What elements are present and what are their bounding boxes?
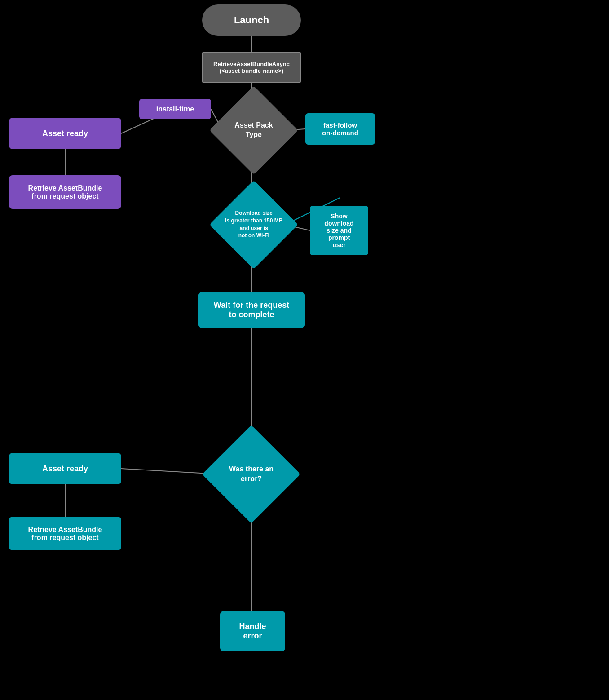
retrieve-purple-node: Retrieve AssetBundle from request object [9,175,121,209]
asset-ready-teal-node: Asset ready [9,453,121,484]
asset-pack-type-label: Asset Pack Type [234,121,273,140]
retrieve-purple-label: Retrieve AssetBundle from request object [28,184,102,200]
install-time-node: install-time [139,99,211,119]
retrieve-async-node: RetrieveAssetBundleAsync (<asset-bundle-… [202,52,301,83]
connector-lines [0,0,609,700]
handle-error-label: Handle error [239,622,266,641]
asset-ready-teal-label: Asset ready [42,464,88,474]
install-time-label: install-time [156,105,194,113]
fast-follow-label: fast-follow on-demand [322,121,358,137]
download-diamond-label: Download size Is greater than 150 MB and… [225,209,282,239]
retrieve-teal-label: Retrieve AssetBundle from request object [28,526,102,542]
fast-follow-node: fast-follow on-demand [305,113,375,145]
retrieve-async-label: RetrieveAssetBundleAsync (<asset-bundle-… [213,61,290,74]
retrieve-teal-node: Retrieve AssetBundle from request object [9,517,121,550]
show-download-label: Show download size and prompt user [324,213,353,248]
launch-label: Launch [234,14,269,26]
show-download-node: Show download size and prompt user [310,206,368,255]
wait-node: Wait for the request to complete [198,292,305,328]
wait-label: Wait for the request to complete [214,301,289,319]
asset-pack-type-node: Asset Pack Type [209,86,298,175]
download-diamond-node: Download size Is greater than 150 MB and… [209,180,298,269]
flowchart: Launch RetrieveAssetBundleAsync (<asset-… [0,0,609,700]
error-diamond-node: Was there an error? [202,425,300,523]
asset-ready-purple-node: Asset ready [9,118,121,149]
svg-line-12 [121,469,216,474]
handle-error-node: Handle error [220,611,285,651]
asset-ready-purple-label: Asset ready [42,129,88,138]
launch-node: Launch [202,4,301,36]
error-diamond-label: Was there an error? [229,464,274,484]
